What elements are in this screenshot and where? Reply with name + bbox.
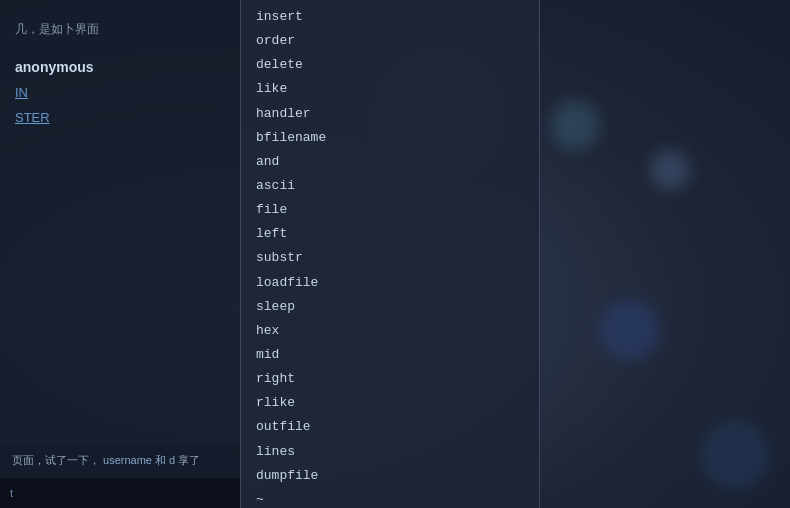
keyword-item[interactable]: substr xyxy=(241,246,539,270)
keyword-item[interactable]: lines xyxy=(241,440,539,464)
keyword-item[interactable]: outfile xyxy=(241,415,539,439)
keyword-item[interactable]: insert xyxy=(241,5,539,29)
keyword-item[interactable]: like xyxy=(241,77,539,101)
keyword-dropdown[interactable]: insertorderdeletelikehandlerbfilenameand… xyxy=(240,0,540,508)
right-panel xyxy=(540,0,790,508)
keyword-item[interactable]: file xyxy=(241,198,539,222)
bottom-bar: t xyxy=(0,478,240,508)
left-panel: 几，是如卜界面 anonymous IN STER xyxy=(0,0,240,508)
left-panel-top-text: 几，是如卜界面 xyxy=(15,20,225,39)
keyword-item[interactable]: mid xyxy=(241,343,539,367)
keyword-item[interactable]: ~ xyxy=(241,488,539,508)
keyword-item[interactable]: right xyxy=(241,367,539,391)
link-in[interactable]: IN xyxy=(15,85,225,100)
keyword-item[interactable]: order xyxy=(241,29,539,53)
bottom-bar-text: t xyxy=(10,487,13,499)
keyword-item[interactable]: sleep xyxy=(241,295,539,319)
link-ster[interactable]: STER xyxy=(15,110,225,125)
keyword-item[interactable]: delete xyxy=(241,53,539,77)
chat-message: 页面，试了一下， username 和 d 享了 xyxy=(12,452,228,470)
keyword-item[interactable]: loadfile xyxy=(241,271,539,295)
keyword-item[interactable]: rlike xyxy=(241,391,539,415)
keyword-item[interactable]: left xyxy=(241,222,539,246)
chat-area: 页面，试了一下， username 和 d 享了 xyxy=(0,444,240,478)
keyword-item[interactable]: handler xyxy=(241,102,539,126)
keyword-item[interactable]: dumpfile xyxy=(241,464,539,488)
chat-text-highlight: username 和 d xyxy=(103,454,175,466)
keyword-item[interactable]: ascii xyxy=(241,174,539,198)
keyword-item[interactable]: bfilename xyxy=(241,126,539,150)
keyword-item[interactable]: hex xyxy=(241,319,539,343)
chat-text-prefix: 页面，试了一下， xyxy=(12,454,100,466)
keyword-item[interactable]: and xyxy=(241,150,539,174)
chat-text-suffix: 享了 xyxy=(178,454,200,466)
user-label: anonymous xyxy=(15,59,225,75)
